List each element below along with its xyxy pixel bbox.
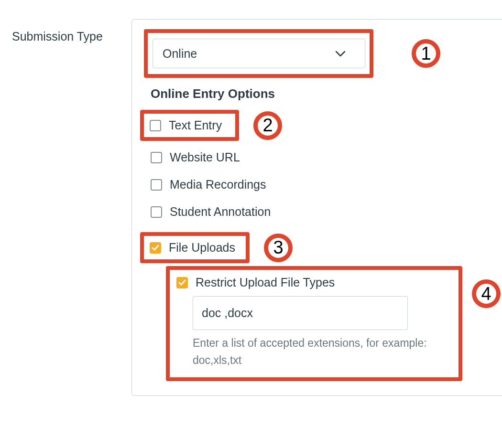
submission-type-panel: Online 1 Online Entry Options Text Entry… (131, 19, 502, 396)
annotation-badge-2: 2 (253, 111, 282, 140)
callout-2: Text Entry (140, 110, 239, 141)
annotation-badge-4: 4 (472, 279, 501, 308)
website-url-label: Website URL (170, 150, 240, 164)
restrict-upload-types-label: Restrict Upload File Types (196, 276, 335, 289)
file-uploads-checkbox[interactable] (150, 242, 161, 254)
submission-type-select[interactable]: Online (153, 39, 365, 68)
restrict-upload-types-checkbox[interactable] (176, 277, 188, 288)
student-annotation-checkbox[interactable] (151, 206, 162, 218)
callout-1: Online (144, 29, 373, 78)
annotation-badge-3: 3 (264, 234, 293, 262)
callout-3: File Uploads (140, 232, 250, 263)
file-uploads-label: File Uploads (169, 241, 235, 255)
annotation-badge-1: 1 (412, 39, 440, 68)
student-annotation-label: Student Annotation (170, 205, 271, 219)
allowed-extensions-help-line1: Enter a list of accepted extensions, for… (193, 335, 441, 352)
allowed-extensions-input[interactable] (193, 296, 408, 330)
submission-type-label: Submission Type (12, 19, 117, 43)
text-entry-checkbox[interactable] (150, 120, 161, 131)
media-recordings-checkbox[interactable] (151, 179, 162, 191)
text-entry-label: Text Entry (169, 118, 222, 132)
online-entry-options-heading: Online Entry Options (151, 86, 501, 101)
media-recordings-label: Media Recordings (170, 178, 266, 192)
allowed-extensions-help-line2: doc,xls,txt (193, 352, 441, 369)
callout-4: Restrict Upload File Types Enter a list … (166, 266, 462, 381)
website-url-checkbox[interactable] (151, 152, 162, 163)
